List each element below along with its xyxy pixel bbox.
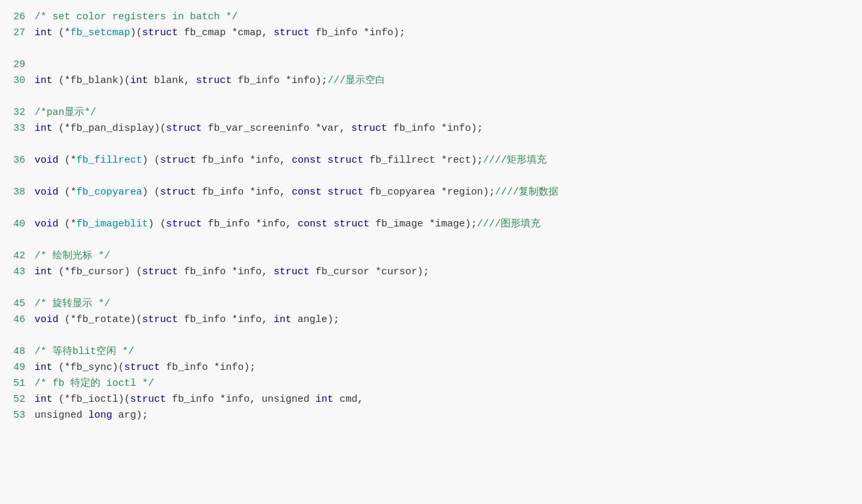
code-segment: ////图形填充 <box>477 218 541 230</box>
code-segment <box>321 155 327 166</box>
code-content: /* 旋转显示 */ <box>35 296 855 312</box>
code-line <box>0 328 862 344</box>
code-segment: )( <box>130 27 142 39</box>
code-segment: struct <box>130 394 166 405</box>
code-segment: (* <box>52 27 70 39</box>
code-line: 30int (*fb_blank)(int blank, struct fb_i… <box>0 73 862 89</box>
code-segment: fb_image *image); <box>369 218 477 230</box>
code-line: 43int (*fb_cursor) (struct fb_info *info… <box>0 264 862 280</box>
line-number: 27 <box>7 25 25 41</box>
code-content: int (*fb_ioctl)(struct fb_info *info, un… <box>35 392 855 408</box>
code-content: int (*fb_cursor) (struct fb_info *info, … <box>35 264 855 280</box>
code-segment <box>321 187 327 198</box>
code-segment: ////矩形填充 <box>483 155 547 166</box>
code-content: int (*fb_pan_display)(struct fb_var_scre… <box>35 121 855 137</box>
code-segment: fb_imageblit <box>76 218 148 230</box>
code-segment: fb_info *info, <box>196 187 292 198</box>
code-line: 46void (*fb_rotate)(struct fb_info *info… <box>0 312 862 328</box>
code-segment: /* 绘制光标 */ <box>35 250 110 262</box>
code-segment: struct <box>351 123 387 134</box>
code-segment: int <box>35 266 52 278</box>
code-line: 48/* 等待blit空闲 */ <box>0 344 862 360</box>
code-segment: (*fb_blank)( <box>52 75 130 86</box>
line-number: 40 <box>7 216 25 232</box>
code-content: void (*fb_imageblit) (struct fb_info *in… <box>35 216 855 232</box>
code-segment: (*fb_rotate)( <box>58 314 142 325</box>
code-segment: (* <box>58 187 76 198</box>
line-number: 46 <box>7 312 25 328</box>
code-segment: fb_info *info); <box>232 75 327 86</box>
code-segment: (*fb_cursor) ( <box>52 266 142 278</box>
line-number: 45 <box>7 296 25 312</box>
code-segment: (* <box>58 155 76 166</box>
code-segment: void <box>35 314 58 325</box>
code-segment: struct <box>327 155 363 166</box>
code-segment: long <box>88 410 112 421</box>
code-segment: fb_info *info); <box>309 27 405 39</box>
code-segment: fb_cursor *cursor); <box>309 266 429 278</box>
code-segment: fb_cmap *cmap, <box>178 27 274 39</box>
code-content: void (*fb_copyarea) (struct fb_info *inf… <box>35 185 855 201</box>
code-segment: /* fb 特定的 ioctl */ <box>35 378 154 389</box>
code-segment: struct <box>166 123 202 134</box>
code-segment: fb_info *info, <box>196 155 292 166</box>
code-segment: fb_info *info); <box>387 123 483 134</box>
code-line: 49int (*fb_sync)(struct fb_info *info); <box>0 360 862 376</box>
code-line: 53unsigned long arg); <box>0 408 862 424</box>
code-segment: cmd, <box>333 394 363 405</box>
code-segment: void <box>35 155 58 166</box>
code-content: void (*fb_rotate)(struct fb_info *info, … <box>35 312 855 328</box>
code-segment: ) ( <box>148 218 166 230</box>
code-segment: ////复制数据 <box>495 187 559 198</box>
code-segment: ) ( <box>142 187 160 198</box>
code-segment: blank, <box>148 75 196 86</box>
code-line: 26/* set color registers in batch */ <box>0 9 862 25</box>
code-segment: fb_setcmap <box>70 27 130 39</box>
code-segment: (* <box>58 218 76 230</box>
code-line: 29 <box>0 57 862 73</box>
code-content: /* 等待blit空闲 */ <box>35 344 855 360</box>
line-number: 29 <box>7 57 25 73</box>
code-segment: struct <box>274 266 309 278</box>
code-line: 33int (*fb_pan_display)(struct fb_var_sc… <box>0 121 862 137</box>
line-number: 49 <box>7 360 25 376</box>
line-number: 53 <box>7 408 25 424</box>
code-segment: /* set color registers in batch */ <box>35 11 238 23</box>
line-number: 51 <box>7 376 25 392</box>
line-number: 32 <box>7 105 25 121</box>
code-segment: int <box>35 75 52 86</box>
code-line <box>0 89 862 105</box>
code-line: 45/* 旋转显示 */ <box>0 296 862 312</box>
code-segment: struct <box>142 266 178 278</box>
code-segment: arg); <box>112 410 148 421</box>
code-content: int (*fb_blank)(int blank, struct fb_inf… <box>35 73 855 89</box>
code-segment: fb_fillrect *rect); <box>363 155 483 166</box>
code-line <box>0 137 862 153</box>
code-segment: int <box>130 75 148 86</box>
code-line <box>0 280 862 296</box>
code-segment: struct <box>124 362 160 373</box>
code-segment: struct <box>142 27 178 39</box>
code-segment: int <box>274 314 292 325</box>
code-line: 40void (*fb_imageblit) (struct fb_info *… <box>0 216 862 232</box>
code-segment: fb_fillrect <box>76 155 142 166</box>
code-line: 51/* fb 特定的 ioctl */ <box>0 376 862 392</box>
code-line <box>0 41 862 57</box>
code-segment: fb_copyarea *region); <box>363 187 495 198</box>
line-number: 30 <box>7 73 25 89</box>
line-number: 52 <box>7 392 25 408</box>
code-segment: unsigned <box>35 410 88 421</box>
line-number: 43 <box>7 264 25 280</box>
code-segment: (*fb_ioctl)( <box>52 394 130 405</box>
code-segment: /*pan显示*/ <box>35 107 96 118</box>
code-container: 26/* set color registers in batch */27in… <box>0 7 862 504</box>
code-segment: fb_copyarea <box>76 187 142 198</box>
line-number: 48 <box>7 344 25 360</box>
code-content: unsigned long arg); <box>35 408 855 424</box>
code-line: 52int (*fb_ioctl)(struct fb_info *info, … <box>0 392 862 408</box>
code-segment: void <box>35 218 58 230</box>
code-line: 36void (*fb_fillrect) (struct fb_info *i… <box>0 153 862 169</box>
code-content: /*pan显示*/ <box>35 105 855 121</box>
code-content: /* fb 特定的 ioctl */ <box>35 376 855 392</box>
code-segment: struct <box>160 155 196 166</box>
